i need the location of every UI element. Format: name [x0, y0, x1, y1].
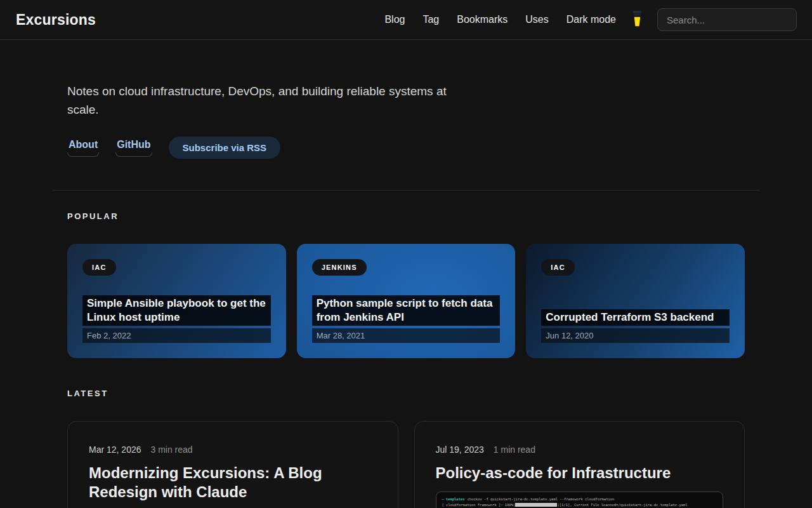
- coffee-cup-icon: [631, 10, 643, 30]
- about-link[interactable]: About: [67, 139, 99, 157]
- tag-badge[interactable]: IAC: [82, 259, 116, 276]
- popular-card-date: Mar 28, 2021: [312, 328, 501, 343]
- terminal-command-line: →templatescheckov -f quickstart-jira-dc.…: [442, 497, 717, 502]
- popular-card[interactable]: IAC Simple Ansible playbook to get the L…: [67, 244, 286, 358]
- popular-card[interactable]: JENKINS Python sample script to fetch da…: [297, 244, 516, 358]
- nav-item-tag[interactable]: Tag: [422, 14, 439, 25]
- popular-card-date: Feb 2, 2022: [82, 328, 271, 343]
- nav-item-blog[interactable]: Blog: [384, 14, 405, 25]
- tag-badge[interactable]: IAC: [541, 259, 575, 276]
- progress-label: [ cloudformation framework ]: 100%|: [442, 503, 516, 507]
- card-spacer: [82, 276, 271, 295]
- nav-item-uses[interactable]: Uses: [525, 14, 548, 25]
- site-logo[interactable]: Excursions: [16, 11, 96, 29]
- about-link-label: About: [67, 139, 99, 150]
- post-meta-row: Mar 12, 2026 3 min read: [89, 444, 377, 455]
- post-title: Modernizing Excursions: A Blog Redesign …: [89, 464, 377, 502]
- nav-item-dark-mode[interactable]: Dark mode: [566, 14, 616, 25]
- latest-section: LATEST Mar 12, 2026 3 min read Modernizi…: [52, 389, 760, 508]
- main-nav: Blog Tag Bookmarks Uses Dark mode: [384, 14, 616, 25]
- latest-heading: LATEST: [67, 389, 745, 398]
- about-link-underline: [67, 152, 99, 157]
- subscribe-rss-button[interactable]: Subscribe via RSS: [169, 137, 281, 159]
- github-link[interactable]: GitHub: [115, 139, 152, 157]
- popular-card-grid: IAC Simple Ansible playbook to get the L…: [67, 244, 745, 358]
- popular-card-title: Corrupted Terraform S3 backend: [541, 309, 730, 326]
- post-read-time: 1 min read: [494, 444, 535, 455]
- popular-card[interactable]: IAC Corrupted Terraform S3 backend Jun 1…: [526, 244, 745, 358]
- prompt-command: checkov -f quickstart-jira-dc.template.y…: [468, 497, 615, 501]
- latest-card-grid: Mar 12, 2026 3 min read Modernizing Excu…: [67, 421, 745, 508]
- terminal-screenshot: →templatescheckov -f quickstart-jira-dc.…: [436, 491, 724, 508]
- popular-card-date: Jun 12, 2020: [541, 328, 730, 343]
- intro-section: Notes on cloud infrastructure, DevOps, a…: [52, 40, 760, 159]
- search-input[interactable]: [657, 8, 797, 31]
- post-date: Mar 12, 2026: [89, 444, 141, 455]
- intro-links-row: About GitHub Subscribe via RSS: [67, 137, 745, 159]
- post-title: Policy-as-code for Infrastructure: [436, 464, 724, 483]
- post-date: Jul 19, 2023: [436, 444, 484, 455]
- site-header: Excursions Blog Tag Bookmarks Uses Dark …: [0, 0, 812, 40]
- github-link-underline: [115, 152, 152, 157]
- site-tagline: Notes on cloud infrastructure, DevOps, a…: [67, 82, 476, 119]
- terminal-progress-line: [ cloudformation framework ]: 100%||[1/1…: [442, 502, 717, 508]
- card-spacer: [541, 276, 730, 309]
- section-divider: [52, 190, 760, 190]
- latest-post-card[interactable]: Mar 12, 2026 3 min read Modernizing Excu…: [67, 421, 398, 508]
- post-read-time: 3 min read: [151, 444, 193, 455]
- latest-post-card[interactable]: Jul 19, 2023 1 min read Policy-as-code f…: [414, 421, 745, 508]
- popular-card-title: Python sample script to fetch data from …: [312, 295, 501, 326]
- progress-status: |[1/1], Current File Scanned=/quickstart…: [557, 503, 687, 507]
- post-meta-row: Jul 19, 2023 1 min read: [436, 444, 724, 455]
- progress-bar-fill: [515, 503, 557, 507]
- tag-badge[interactable]: JENKINS: [312, 259, 367, 276]
- main-content: Notes on cloud infrastructure, DevOps, a…: [52, 40, 760, 508]
- card-spacer: [312, 276, 501, 295]
- github-link-label: GitHub: [115, 139, 152, 150]
- nav-item-bookmarks[interactable]: Bookmarks: [457, 14, 508, 25]
- popular-card-title: Simple Ansible playbook to get the Linux…: [82, 295, 271, 326]
- prompt-directory: templates: [446, 497, 465, 501]
- popular-heading: POPULAR: [67, 211, 745, 221]
- popular-section: POPULAR IAC Simple Ansible playbook to g…: [52, 211, 760, 358]
- buy-me-a-coffee-button[interactable]: [631, 10, 643, 30]
- prompt-arrow-icon: →: [442, 497, 444, 501]
